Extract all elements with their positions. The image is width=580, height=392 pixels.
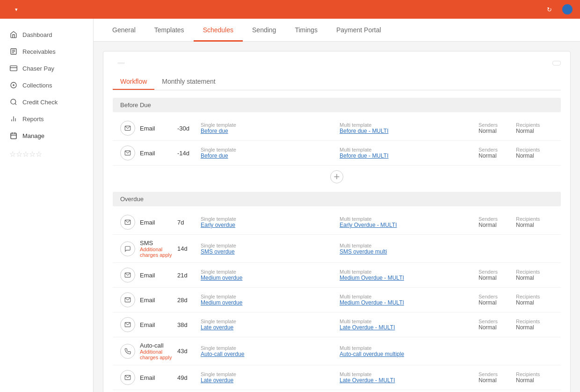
multi-template-link[interactable]: Before due - MULTI [340,128,478,134]
row-multi-template: Multi template SMS overdue multi [340,243,478,255]
multi-template-link[interactable]: Late Overdue - MULTI [340,324,478,331]
search-icon [9,98,18,106]
sidebar-item-dashboard[interactable]: Dashboard [0,26,93,43]
file-icon [9,47,18,56]
row-type-label: Email [140,374,177,381]
row-type-sub: Additional charges apply [140,349,177,360]
row-type-label: Email [140,125,177,132]
sidebar-label: Chaser Pay [22,65,54,72]
inner-tab-monthly-statement[interactable]: Monthly statement [154,73,223,90]
workflow-row: Auto-call Additional charges apply 43d S… [113,337,561,365]
svg-rect-4 [10,66,17,71]
row-senders: Senders Normal [478,371,516,384]
sidebar-item-collections[interactable]: Collections [0,77,93,94]
single-template-link[interactable]: Before due [201,152,340,159]
row-senders: Senders Normal [478,122,516,134]
multi-template-link[interactable]: Auto-call overdue multiple [340,351,478,357]
row-days: 38d [177,321,201,328]
row-days: -30d [177,125,201,132]
row-recipients: Recipients Normal [516,319,553,331]
sidebar-label: Credit Check [22,99,58,106]
multi-template-link[interactable]: Early Overdue - MULTI [340,222,478,228]
multi-template-link[interactable]: Medium Overdue - MULTI [340,275,478,281]
calendar-icon [9,131,18,140]
single-template-link[interactable]: Medium overdue [201,299,340,306]
multi-template-link[interactable]: Late Overdue - MULTI [340,377,478,384]
row-recipients: Recipients Normal [516,147,553,159]
row-single-template: Single template Medium overdue [201,294,340,306]
row-senders: Senders Normal [478,294,516,306]
workflow-row: Email 7d Single template Early overdue M… [113,210,561,235]
single-template-link[interactable]: SMS overdue [201,248,340,255]
row-multi-template: Multi template Medium Overdue - MULTI [340,269,478,281]
notification-badge[interactable] [562,4,573,15]
tab-general[interactable]: General [103,19,145,42]
more-options-button[interactable] [552,61,561,65]
svg-rect-12 [11,133,16,139]
row-type-icon [120,215,135,230]
sidebar-item-receivables[interactable]: Receivables [0,43,93,60]
bar-chart-icon [9,115,18,123]
row-type-label: Email [140,297,177,304]
add-workflow-row-button[interactable]: + [330,170,343,183]
row-single-template: Single template Late overdue [201,371,340,384]
sidebar-item-chaser-pay[interactable]: Chaser Pay [0,60,93,77]
workflow-row: Email 28d Single template Medium overdue… [113,288,561,312]
row-multi-template: Multi template Before due - MULTI [340,147,478,159]
row-single-template: Single template Before due [201,147,340,159]
single-template-link[interactable]: Early overdue [201,222,340,228]
single-template-link[interactable]: Late overdue [201,324,340,331]
svg-point-7 [11,99,16,104]
credit-card-icon [9,64,18,73]
workflow-row: SMS Additional charges apply 14d Single … [113,235,561,263]
sidebar-label: Manage [22,132,44,139]
row-recipients: Recipients Normal [516,294,553,306]
row-type-sub: Additional charges apply [140,247,177,258]
row-type-label: Email [140,272,177,279]
tab-payment-portal[interactable]: Payment Portal [327,19,391,42]
tab-schedules[interactable]: Schedules [194,19,243,42]
multi-template-link[interactable]: SMS overdue multi [340,248,478,255]
workflow-row: Email 38d Single template Late overdue M… [113,312,561,337]
sidebar-label: Collections [22,82,52,89]
sidebar-label: Reports [22,116,44,123]
row-type-icon [120,370,135,385]
stars-display: ☆☆☆☆☆ [9,150,84,159]
row-type-label: Auto-call Additional charges apply [140,342,177,360]
row-days: 7d [177,219,201,226]
single-template-link[interactable]: Auto-call overdue [201,351,340,357]
single-template-link[interactable]: Late overdue [201,377,340,384]
chevron-down-icon: ▾ [15,7,18,13]
single-template-link[interactable]: Before due [201,128,340,134]
inner-tabs: WorkflowMonthly statement [113,73,561,90]
sync-icon: ↻ [547,6,552,13]
row-type-icon [120,344,135,359]
tab-timings[interactable]: Timings [285,19,327,42]
topbar-company[interactable]: ▾ [13,7,18,13]
multi-template-link[interactable]: Medium Overdue - MULTI [340,299,478,306]
add-row-button-container: + [113,166,561,188]
inner-tab-workflow[interactable]: Workflow [113,73,154,90]
row-single-template: Single template Late overdue [201,319,340,331]
sidebar-item-reports[interactable]: Reports [0,110,93,127]
topbar-left: ▾ [7,7,18,13]
single-template-link[interactable]: Medium overdue [201,275,340,281]
row-type-icon [120,241,135,256]
sidebar: Dashboard Receivables Chaser Pay Collect… [0,19,94,392]
tab-sending[interactable]: Sending [243,19,285,42]
sidebar-label: Dashboard [22,31,52,38]
home-icon [9,30,18,39]
topbar-right: ↻ [547,4,573,15]
sidebar-item-manage[interactable]: Manage [0,127,93,144]
sidebar-item-credit-check[interactable]: Credit Check [0,94,93,110]
row-type-label: Email [140,321,177,328]
row-type-label: SMS Additional charges apply [140,240,177,258]
row-senders: Senders Normal [478,147,516,159]
card-header-left [113,62,125,64]
sync-button[interactable]: ↻ [547,6,555,13]
tab-templates[interactable]: Templates [145,19,194,42]
row-type-icon [120,145,135,160]
multi-template-link[interactable]: Before due - MULTI [340,152,478,159]
row-multi-template: Multi template Auto-call overdue multipl… [340,345,478,357]
content-area: WorkflowMonthly statement Before Due Ema… [94,42,580,392]
